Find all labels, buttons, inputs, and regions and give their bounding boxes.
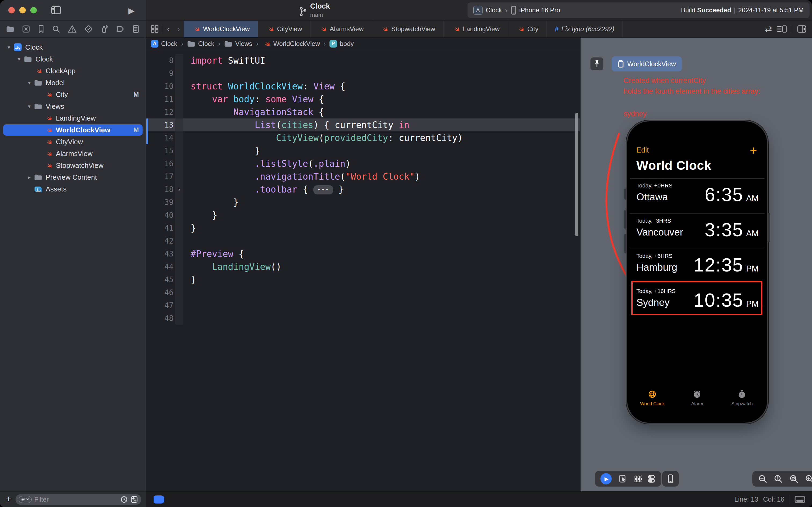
breadcrumb-item[interactable]: Clock xyxy=(198,40,214,48)
code-line-40[interactable]: 40 } xyxy=(146,209,580,222)
code-text[interactable]: } xyxy=(183,223,196,233)
sidebar-item-views[interactable]: ▾Views xyxy=(0,101,146,112)
clock-row-ottawa[interactable]: Today, +0HRSOttawa6:35AM xyxy=(630,178,764,214)
disclosure-down-icon[interactable]: ▾ xyxy=(5,44,13,51)
sidebar-item-worldclockview[interactable]: WorldClockViewM xyxy=(0,124,146,136)
reports-navigator-icon[interactable] xyxy=(132,25,139,33)
add-editor-icon[interactable] xyxy=(797,25,807,33)
zoom-in-icon[interactable] xyxy=(805,474,812,484)
phone-tab-alarm[interactable]: Alarm xyxy=(675,390,719,406)
line-number[interactable]: 10 xyxy=(146,82,175,91)
code-text[interactable]: .toolbar { ••• } xyxy=(183,184,344,195)
bookmarks-navigator-icon[interactable] xyxy=(38,25,45,33)
line-number[interactable]: 15 xyxy=(146,146,175,155)
line-number[interactable]: 13 xyxy=(146,121,175,129)
run-destination[interactable]: iPhone 16 Pro xyxy=(519,6,560,14)
selectable-mode-icon[interactable] xyxy=(619,474,627,484)
code-line-41[interactable]: 41} xyxy=(146,222,580,234)
code-line-17[interactable]: 17 .navigationTitle("World Clock") xyxy=(146,170,580,183)
code-text[interactable]: .listStyle(.plain) xyxy=(183,158,351,169)
code-line-44[interactable]: 44 LandingView() xyxy=(146,260,580,273)
sidebar-item-stopwatchview[interactable]: StopwatchView xyxy=(0,160,146,171)
code-text[interactable]: import SwiftUI xyxy=(183,55,265,66)
clock-row-hamburg[interactable]: Today, +6HRSHamburg12:35PM xyxy=(630,249,764,284)
code-text[interactable]: List(cities) { currentCity in xyxy=(183,120,409,130)
tab-worldclockview[interactable]: WorldClockView xyxy=(184,21,258,37)
add-city-button[interactable]: + xyxy=(750,146,757,154)
code-line-16[interactable]: 16 .listStyle(.plain) xyxy=(146,157,580,170)
filter-field[interactable] xyxy=(15,494,141,505)
breakpoints-navigator-icon[interactable] xyxy=(116,25,125,33)
line-number[interactable]: 12 xyxy=(146,108,175,117)
code-line-42[interactable]: 42 xyxy=(146,234,580,247)
filter-menu-icon[interactable] xyxy=(19,496,32,503)
keyboard-icon[interactable] xyxy=(794,495,806,504)
zoom-fit-icon[interactable] xyxy=(789,474,799,484)
breadcrumb-item[interactable]: body xyxy=(340,40,354,48)
pin-preview-button[interactable] xyxy=(590,57,603,70)
line-number[interactable]: 18 xyxy=(146,185,175,194)
phone-tab-stopwatch[interactable]: Stopwatch xyxy=(720,390,764,406)
line-number[interactable]: 46 xyxy=(146,288,175,297)
editor-overview-icon[interactable] xyxy=(147,21,163,37)
phone-tab-world-clock[interactable]: World Clock xyxy=(630,390,675,406)
editor-scrollbar[interactable] xyxy=(575,113,578,236)
zoom-button[interactable] xyxy=(31,7,37,13)
code-line-47[interactable]: 47 xyxy=(146,299,580,312)
breadcrumb-item[interactable]: Clock xyxy=(161,40,177,48)
code-line-13[interactable]: 13 List(cities) { currentCity in xyxy=(146,118,580,131)
sidebar-item-cityview[interactable]: CityView xyxy=(0,136,146,148)
disclosure-right-icon[interactable]: ▸ xyxy=(25,174,33,180)
code-line-14[interactable]: 14 CityView(providedCity: currentCity) xyxy=(146,131,580,144)
clock-row-vancouver[interactable]: Today, -3HRSVancouver3:35AM xyxy=(630,214,764,249)
line-number[interactable]: 42 xyxy=(146,237,175,245)
disclosure-down-icon[interactable]: ▾ xyxy=(25,103,33,110)
preview-target-pill[interactable]: WorldClockView xyxy=(612,56,682,71)
code-text[interactable]: NavigationStack { xyxy=(183,107,324,117)
sidebar-item-clock[interactable]: ▾Clock xyxy=(0,41,146,53)
close-button[interactable] xyxy=(8,7,15,13)
code-line-12[interactable]: 12 NavigationStack { xyxy=(146,106,580,118)
code-text[interactable]: var body: some View { xyxy=(183,94,324,105)
line-number[interactable]: 40 xyxy=(146,211,175,220)
minimize-button[interactable] xyxy=(19,7,26,13)
tab-cityview[interactable]: CityView xyxy=(258,21,310,37)
editor-options-icon[interactable] xyxy=(777,25,787,33)
code-line-8[interactable]: 8import SwiftUI xyxy=(146,54,580,67)
tab-landingview[interactable]: LandingView xyxy=(444,21,508,37)
line-number[interactable]: 43 xyxy=(146,249,175,258)
code-line-9[interactable]: 9 xyxy=(146,67,580,80)
sidebar-item-landingview[interactable]: LandingView xyxy=(0,112,146,124)
tab-alarmsview[interactable]: AlarmsView xyxy=(310,21,372,37)
sidebar-item-assets[interactable]: Assets xyxy=(0,183,146,195)
forward-button[interactable]: › xyxy=(173,21,184,37)
code-line-15[interactable]: 15 } xyxy=(146,144,580,157)
line-number[interactable]: 39 xyxy=(146,198,175,207)
scheme-name[interactable]: Clock xyxy=(486,6,502,14)
line-number[interactable]: 9 xyxy=(146,69,175,78)
line-number[interactable]: 48 xyxy=(146,314,175,323)
device-settings-button[interactable] xyxy=(642,471,661,487)
code-review-icon[interactable]: ⇄ xyxy=(765,24,772,34)
clock-row-sydney[interactable]: Today, +16HRSSydney10:35PM xyxy=(630,284,764,319)
zoom-100-icon[interactable] xyxy=(773,474,783,484)
breadcrumb-item[interactable]: WorldClockView xyxy=(273,40,320,48)
find-navigator-icon[interactable] xyxy=(52,25,60,33)
line-number[interactable]: 11 xyxy=(146,95,175,104)
live-preview-button[interactable]: ▶ xyxy=(600,473,612,485)
code-text[interactable]: LandingView() xyxy=(183,262,281,272)
project-navigator-icon[interactable] xyxy=(6,25,14,33)
sidebar-item-alarmsview[interactable]: AlarmsView xyxy=(0,148,146,160)
line-number[interactable]: 14 xyxy=(146,133,175,142)
code-area[interactable]: 8import SwiftUI910struct WorldClockView:… xyxy=(146,54,580,325)
line-number[interactable]: 16 xyxy=(146,159,175,168)
code-line-48[interactable]: 48 xyxy=(146,312,580,325)
sidebar-item-clock[interactable]: ▾Clock xyxy=(0,53,146,65)
breakpoint-indicator[interactable] xyxy=(154,496,164,504)
issues-navigator-icon[interactable] xyxy=(68,25,77,33)
code-text[interactable]: } xyxy=(183,146,260,156)
line-number[interactable]: 47 xyxy=(146,301,175,310)
line-number[interactable]: 45 xyxy=(146,275,175,284)
line-number[interactable]: 8 xyxy=(146,56,175,65)
tab-fix-typo-6cc2292[interactable]: #Fix typo (6cc2292) xyxy=(547,21,623,37)
